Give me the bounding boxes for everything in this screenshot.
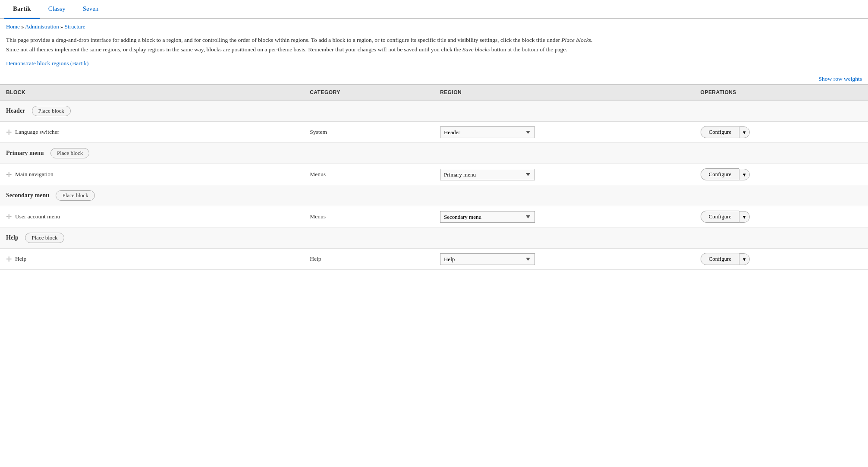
table-row: ✛ User account menu Menus - None -Header… <box>0 206 868 227</box>
block-category: Help <box>304 249 434 270</box>
tab-bartik[interactable]: Bartik <box>4 0 40 19</box>
region-row-header: Header Place block <box>0 100 868 122</box>
region-row-primary-menu: Primary menu Place block <box>0 143 868 164</box>
configure-button-secondary-menu-0[interactable]: Configure <box>701 211 739 223</box>
col-header-region: Region <box>434 85 695 100</box>
tab-seven[interactable]: Seven <box>74 0 107 19</box>
region-select-primary-menu-0[interactable]: - None -HeaderPrimary menuSecondary menu… <box>440 169 535 180</box>
block-region-cell: - None -HeaderPrimary menuSecondary menu… <box>434 122 695 143</box>
block-operations-cell: Configure ▾ <box>695 206 868 227</box>
drag-handle[interactable]: ✛ <box>6 213 12 221</box>
block-operations-cell: Configure ▾ <box>695 122 868 143</box>
region-select-help-0[interactable]: - None -HeaderPrimary menuSecondary menu… <box>440 253 535 265</box>
configure-dropdown-header-0[interactable]: ▾ <box>739 126 750 138</box>
block-name: Language switcher <box>15 129 59 136</box>
block-category: Menus <box>304 206 434 227</box>
place-block-btn-header[interactable]: Place block <box>32 106 71 116</box>
block-name: Help <box>15 256 26 262</box>
region-select-secondary-menu-0[interactable]: - None -HeaderPrimary menuSecondary menu… <box>440 211 535 223</box>
table-row: ✛ Language switcher System - None -Heade… <box>0 122 868 143</box>
tab-classy[interactable]: Classy <box>40 0 74 19</box>
block-region-cell: - None -HeaderPrimary menuSecondary menu… <box>434 206 695 227</box>
region-row-secondary-menu: Secondary menu Place block <box>0 185 868 206</box>
configure-dropdown-help-0[interactable]: ▾ <box>739 253 750 265</box>
place-block-btn-help[interactable]: Place block <box>25 233 64 243</box>
region-select-header-0[interactable]: - None -HeaderPrimary menuSecondary menu… <box>440 126 535 138</box>
page-description: This page provides a drag-and-drop inter… <box>0 33 604 60</box>
table-actions: Show row weights <box>0 74 868 84</box>
table-header-row: Block Category Region Operations <box>0 85 868 100</box>
block-region-cell: - None -HeaderPrimary menuSecondary menu… <box>434 249 695 270</box>
block-name-cell: ✛ Main navigation <box>0 164 304 185</box>
show-row-weights-link[interactable]: Show row weights <box>819 76 862 82</box>
breadcrumb-sep1: » <box>21 23 24 30</box>
region-label-header: Header <box>6 107 25 114</box>
block-category: System <box>304 122 434 143</box>
table-row: ✛ Main navigation Menus - None -HeaderPr… <box>0 164 868 185</box>
tabs-bar: Bartik Classy Seven <box>0 0 868 19</box>
region-row-help: Help Place block <box>0 227 868 249</box>
configure-dropdown-primary-menu-0[interactable]: ▾ <box>739 169 750 180</box>
breadcrumb-sep2: » <box>60 23 63 30</box>
region-label-primary-menu: Primary menu <box>6 150 44 156</box>
breadcrumb-structure[interactable]: Structure <box>65 23 85 30</box>
block-operations-cell: Configure ▾ <box>695 164 868 185</box>
configure-button-header-0[interactable]: Configure <box>701 126 739 138</box>
block-operations-cell: Configure ▾ <box>695 249 868 270</box>
block-name-cell: ✛ Help <box>0 249 304 270</box>
col-header-category: Category <box>304 85 434 100</box>
block-region-cell: - None -HeaderPrimary menuSecondary menu… <box>434 164 695 185</box>
drag-handle[interactable]: ✛ <box>6 128 12 136</box>
demo-block-regions-link[interactable]: Demonstrate block regions (Bartik) <box>6 60 89 66</box>
breadcrumb: Home » Administration » Structure <box>0 19 868 33</box>
block-name: User account menu <box>15 213 60 220</box>
block-name-cell: ✛ User account menu <box>0 206 304 227</box>
block-category: Menus <box>304 164 434 185</box>
configure-button-help-0[interactable]: Configure <box>701 253 739 265</box>
table-row: ✛ Help Help - None -HeaderPrimary menuSe… <box>0 249 868 270</box>
place-block-btn-primary-menu[interactable]: Place block <box>50 148 89 158</box>
region-label-secondary-menu: Secondary menu <box>6 192 49 199</box>
blocks-table: Block Category Region Operations Header … <box>0 84 868 270</box>
breadcrumb-home[interactable]: Home <box>6 23 20 30</box>
configure-button-primary-menu-0[interactable]: Configure <box>701 168 739 180</box>
col-header-operations: Operations <box>695 85 868 100</box>
demo-link-container: Demonstrate block regions (Bartik) <box>0 60 868 74</box>
block-name-cell: ✛ Language switcher <box>0 122 304 143</box>
block-name: Main navigation <box>15 171 53 178</box>
drag-handle[interactable]: ✛ <box>6 255 12 263</box>
col-header-block: Block <box>0 85 304 100</box>
region-label-help: Help <box>6 234 19 241</box>
configure-dropdown-secondary-menu-0[interactable]: ▾ <box>739 211 750 223</box>
drag-handle[interactable]: ✛ <box>6 170 12 179</box>
place-block-btn-secondary-menu[interactable]: Place block <box>56 190 94 201</box>
breadcrumb-admin[interactable]: Administration <box>25 23 59 30</box>
